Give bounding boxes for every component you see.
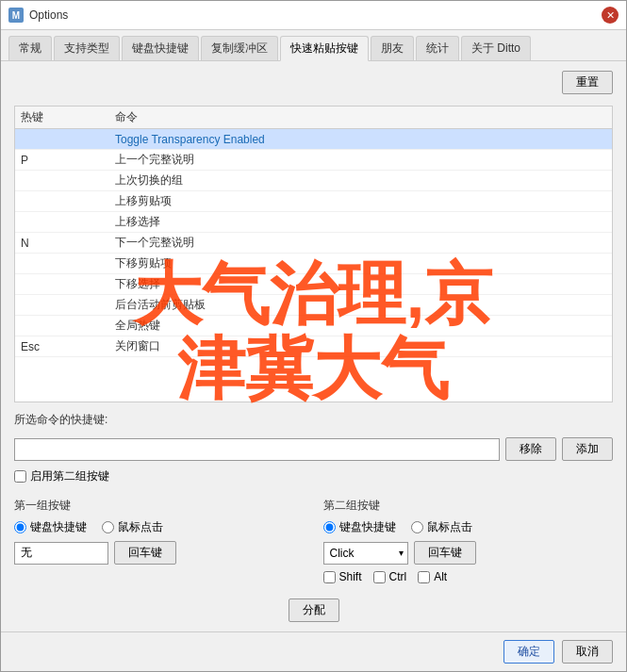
hotkey-cmd: 关闭窗口 <box>115 338 606 354</box>
hotkey-cmd: 全局热键 <box>115 318 606 334</box>
ok-button[interactable]: 确定 <box>503 640 554 664</box>
assign-button[interactable]: 分配 <box>289 598 339 622</box>
group2-dropdown[interactable]: Click <box>323 542 408 565</box>
groups-row: 第一组按键 键盘快捷键 鼠标点击 回车键 <box>14 498 613 583</box>
group1-radios: 键盘快捷键 鼠标点击 <box>14 519 305 535</box>
remove-button[interactable]: 移除 <box>505 437 556 461</box>
alt-checkbox[interactable] <box>418 571 430 583</box>
col-command-header: 命令 <box>115 109 606 125</box>
tab-bar: 常规 支持类型 键盘快捷键 复制缓冲区 快速粘贴按键 朋友 统计 关于 Ditt… <box>1 30 626 61</box>
table-row[interactable]: 全局热键 <box>15 316 612 336</box>
window-title: Options <box>29 8 68 22</box>
hotkey-key: P <box>21 154 115 167</box>
hotkey-cmd: 下移剪贴项 <box>115 255 606 271</box>
table-row[interactable]: 下移选择 <box>15 274 612 295</box>
group2-box: 第二组按键 键盘快捷键 鼠标点击 Click 回车键 <box>323 498 614 583</box>
tab-about[interactable]: 关于 Ditto <box>461 36 531 60</box>
table-row[interactable]: N 下一个完整说明 <box>15 233 612 254</box>
table-row[interactable]: 后台活动前剪贴板 <box>15 295 612 316</box>
cancel-button[interactable]: 取消 <box>562 640 613 664</box>
alt-checkbox-label[interactable]: Alt <box>418 570 447 583</box>
enable-second-checkbox[interactable] <box>14 470 26 483</box>
group1-radio-keyboard[interactable]: 键盘快捷键 <box>14 519 87 535</box>
enable-second-checkbox-label[interactable]: 启用第二组按键 <box>14 468 109 484</box>
reset-button[interactable]: 重置 <box>562 71 613 94</box>
tab-copy-buffer[interactable]: 复制缓冲区 <box>201 36 278 60</box>
table-header: 热键 命令 <box>15 107 612 129</box>
title-bar: M Options ✕ <box>1 1 626 30</box>
group1-box: 第一组按键 键盘快捷键 鼠标点击 回车键 <box>14 498 305 583</box>
shortcut-input[interactable] <box>14 438 500 461</box>
table-row[interactable]: P 上一个完整说明 <box>15 150 612 171</box>
shortcut-label: 所选命令的快捷键: <box>14 412 613 428</box>
group1-title: 第一组按键 <box>14 498 305 514</box>
table-row[interactable]: 上次切换的组 <box>15 171 612 191</box>
group1-key-row: 回车键 <box>14 541 305 565</box>
assign-row: 分配 <box>14 598 613 622</box>
table-row[interactable]: 上移剪贴项 <box>15 191 612 212</box>
shift-checkbox[interactable] <box>323 571 336 583</box>
reset-row: 重置 <box>14 71 613 94</box>
hotkey-cmd: 上移剪贴项 <box>115 193 606 209</box>
col-hotkey-header: 热键 <box>21 109 115 125</box>
tab-general[interactable]: 常规 <box>8 36 52 60</box>
group1-radio-mouse[interactable]: 鼠标点击 <box>102 519 163 535</box>
hotkey-key: Esc <box>21 340 115 353</box>
group2-enter-button[interactable]: 回车键 <box>414 541 476 565</box>
tab-keyboard-shortcut[interactable]: 键盘快捷键 <box>122 36 199 60</box>
shortcut-input-row: 移除 添加 <box>14 437 613 461</box>
table-row[interactable]: 下移剪贴项 <box>15 254 612 274</box>
hotkey-cmd: Toggle Transparency Enabled <box>115 133 606 146</box>
tab-support-type[interactable]: 支持类型 <box>54 36 120 60</box>
shift-checkbox-label[interactable]: Shift <box>323 570 362 583</box>
hotkey-table: 热键 命令 Toggle Transparency Enabled P 上一个完… <box>14 106 613 402</box>
ctrl-checkbox[interactable] <box>373 571 386 583</box>
group2-title: 第二组按键 <box>323 498 614 514</box>
group1-enter-button[interactable]: 回车键 <box>114 541 176 565</box>
tab-friends[interactable]: 朋友 <box>371 36 414 60</box>
add-button[interactable]: 添加 <box>562 437 613 461</box>
content-area: 大气治理,京 津冀大气 重置 热键 命令 Toggle Transparency… <box>1 61 626 631</box>
hotkey-cmd: 后台活动前剪贴板 <box>115 297 606 313</box>
tab-quick-paste[interactable]: 快速粘贴按键 <box>280 36 369 61</box>
group2-radio-mouse[interactable]: 鼠标点击 <box>411 519 472 535</box>
hotkey-cmd: 上移选择 <box>115 214 606 230</box>
bottom-bar: 确定 取消 <box>1 631 626 671</box>
ctrl-checkbox-label[interactable]: Ctrl <box>373 570 407 583</box>
hotkey-cmd: 上次切换的组 <box>115 172 606 188</box>
group2-radios: 键盘快捷键 鼠标点击 <box>323 519 614 535</box>
modifier-row: Shift Ctrl Alt <box>323 570 614 583</box>
table-body[interactable]: Toggle Transparency Enabled P 上一个完整说明 上次… <box>15 129 612 402</box>
hotkey-cmd: 下移选择 <box>115 276 606 292</box>
close-button[interactable]: ✕ <box>602 7 619 24</box>
main-window: M Options ✕ 常规 支持类型 键盘快捷键 复制缓冲区 快速粘贴按键 朋… <box>0 0 627 672</box>
table-row[interactable]: 上移选择 <box>15 212 612 233</box>
app-icon: M <box>8 8 24 23</box>
hotkey-cmd: 下一个完整说明 <box>115 235 606 251</box>
hotkey-key: N <box>21 237 115 250</box>
hotkey-cmd: 上一个完整说明 <box>115 152 606 168</box>
table-row[interactable]: Toggle Transparency Enabled <box>15 129 612 150</box>
table-row[interactable]: Esc 关闭窗口 <box>15 336 612 357</box>
group2-radio-keyboard[interactable]: 键盘快捷键 <box>323 519 396 535</box>
group1-key-input[interactable] <box>14 542 108 565</box>
enable-second-row: 启用第二组按键 <box>14 468 613 484</box>
tab-stats[interactable]: 统计 <box>416 36 459 60</box>
group2-key-row: Click 回车键 <box>323 541 614 565</box>
